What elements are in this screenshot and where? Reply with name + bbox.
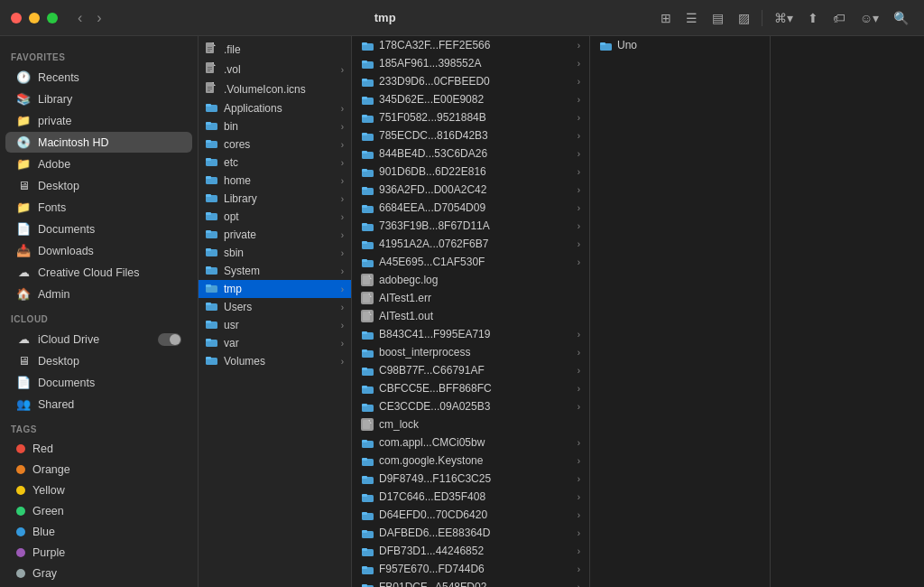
sidebar-item-tag-red[interactable]: Red [5, 439, 192, 459]
folder-applications[interactable]: Applications› [199, 99, 351, 117]
sidebar-item-tag-yellow[interactable]: Yellow [5, 480, 192, 500]
svg-rect-81 [363, 420, 370, 429]
sidebar-item-creative-cloud[interactable]: ☁ Creative Cloud Files [5, 262, 192, 283]
item-751f0582[interactable]: 751F0582...9521884B› [352, 108, 589, 126]
uno-item[interactable]: Uno [590, 36, 770, 54]
item-345d62e[interactable]: 345D62E...E00E9082› [352, 90, 589, 108]
item-aitest1-err[interactable]: AITest1.err [352, 289, 589, 307]
file-vol[interactable]: .vol› [199, 60, 351, 79]
sidebar-item-tag-purple[interactable]: Purple [5, 543, 192, 563]
item-dfb73d1[interactable]: DFB73D1...44246852› [352, 542, 589, 560]
item-cbfcc5e[interactable]: CBFCC5E...BFF868FC› [352, 379, 589, 397]
grid-view-button[interactable]: ⊞ [656, 8, 676, 28]
item-233d9d6[interactable]: 233D9D6...0CFBEED0› [352, 72, 589, 90]
folder-volumes[interactable]: Volumes› [199, 352, 351, 370]
sidebar-item-shared[interactable]: 👥 Shared [5, 394, 192, 415]
item-b843c41[interactable]: B843C41...F995EA719› [352, 325, 589, 343]
folder-sbin[interactable]: sbin› [199, 244, 351, 262]
folder-system[interactable]: System› [199, 262, 351, 280]
sidebar-item-recents[interactable]: 🕐 Recents [5, 67, 192, 88]
item-com-appl[interactable]: com.appl...CMCi05bw› [352, 433, 589, 452]
sidebar-item-tag-gray[interactable]: Gray [5, 564, 192, 583]
item-41951a2a[interactable]: 41951A2A...0762F6B7› [352, 235, 589, 253]
folder-usr[interactable]: usr› [199, 316, 351, 334]
search-button[interactable]: 🔍 [889, 8, 913, 28]
columns-view-button[interactable]: ▤ [707, 8, 728, 28]
folder-users[interactable]: Users› [199, 298, 351, 316]
item-fb01dcf[interactable]: FB01DCF...A548FD02› [352, 578, 589, 587]
item-d64efd0[interactable]: D64EFD0...70CD6420› [352, 506, 589, 524]
item-adobegc[interactable]: adobegc.log [352, 271, 589, 289]
chevron-right-icon: › [341, 122, 344, 132]
sidebar-item-fonts[interactable]: 📁 Fonts [5, 197, 192, 218]
svg-rect-87 [362, 476, 367, 479]
item-f957e670[interactable]: F957E670...FD744D6› [352, 560, 589, 578]
sidebar-item-tag-blue[interactable]: Blue [5, 522, 192, 542]
item-cm-lock[interactable]: cm_lock [352, 415, 589, 433]
sidebar-item-documents[interactable]: 📄 Documents [5, 219, 192, 239]
item-dafbed6[interactable]: DAFBED6...EE88364D› [352, 524, 589, 542]
file-dot[interactable]: .file [199, 40, 351, 60]
svg-rect-93 [362, 530, 367, 533]
gallery-view-button[interactable]: ▨ [734, 8, 754, 28]
sidebar-item-tag-orange[interactable]: Orange [5, 460, 192, 480]
maximize-button[interactable] [47, 13, 58, 23]
sidebar-item-desktop[interactable]: 🖥 Desktop [5, 175, 192, 196]
item-6684eea[interactable]: 6684EEA...D7054D09› [352, 199, 589, 217]
folder-etc-label: etc [224, 156, 238, 169]
folder-var[interactable]: var› [199, 334, 351, 352]
item-185af961[interactable]: 185AF961...398552A› [352, 54, 589, 72]
sidebar-item-icloud-desktop[interactable]: 🖥 Desktop [5, 350, 192, 371]
folder-tmp[interactable]: tmp› [199, 280, 351, 298]
item-ce3ccde-label: CE3CCDE...09A025B3 [379, 400, 572, 413]
item-d17c646[interactable]: D17C646...ED35F408› [352, 488, 589, 506]
file-volumeicon[interactable]: .VolumeIcon.icns [199, 79, 351, 99]
svg-rect-72 [362, 331, 367, 334]
tag-button[interactable]: 🏷 [828, 8, 850, 28]
sidebar-item-adobe[interactable]: 📁 Adobe [5, 154, 192, 174]
folder-etc-icon [206, 156, 218, 169]
folder-etc[interactable]: etc› [199, 154, 351, 172]
face-button[interactable]: ☺▾ [855, 8, 883, 28]
item-boost-interprocess[interactable]: boost_interprocess› [352, 343, 589, 361]
sidebar-item-library[interactable]: 📚 Library [5, 89, 192, 109]
forward-button[interactable]: › [91, 8, 106, 28]
folder-private[interactable]: private› [199, 226, 351, 244]
item-c98b77f[interactable]: C98B77F...C66791AF› [352, 361, 589, 379]
chevron-right-icon: › [578, 510, 580, 520]
folder-library[interactable]: Library› [199, 190, 351, 208]
folder-opt[interactable]: opt› [199, 208, 351, 226]
chevron-right-icon: › [578, 167, 580, 177]
item-936a2fd[interactable]: 936A2FD...D00A2C42› [352, 181, 589, 199]
sidebar-item-admin[interactable]: 🏠 Admin [5, 284, 192, 304]
item-aitest1-out[interactable]: AITest1.out [352, 307, 589, 325]
sidebar-item-tag-green[interactable]: Green [5, 501, 192, 521]
share-button[interactable]: ⬆ [803, 8, 823, 28]
item-901d6db[interactable]: 901D6DB...6D22E816› [352, 163, 589, 181]
item-7363f19b[interactable]: 7363F19B...8F67D11A› [352, 217, 589, 235]
sidebar-item-icloud-drive[interactable]: ☁ iCloud Drive [5, 329, 192, 349]
item-ce3ccde[interactable]: CE3CCDE...09A025B3› [352, 397, 589, 415]
blue-dot [16, 527, 25, 536]
folder-home[interactable]: home› [199, 172, 351, 190]
close-button[interactable] [11, 13, 22, 23]
back-button[interactable]: ‹ [72, 8, 88, 28]
item-com-google-keystone[interactable]: com.google.Keystone› [352, 452, 589, 470]
folder-bin[interactable]: bin› [199, 117, 351, 135]
sidebar-item-macintosh-hd[interactable]: 💿 Macintosh HD [5, 132, 192, 153]
sidebar-item-icloud-documents[interactable]: 📄 Documents [5, 372, 192, 393]
folder-cores[interactable]: cores› [199, 135, 351, 154]
item-785ecdc[interactable]: 785ECDC...816D42B3› [352, 126, 589, 144]
sidebar-item-downloads[interactable]: 📥 Downloads [5, 240, 192, 261]
item-d9f8749[interactable]: D9F8749...F116C3C25› [352, 470, 589, 488]
action-button[interactable]: ⌘▾ [770, 8, 798, 28]
sidebar-item-private[interactable]: 📁 private [5, 110, 192, 131]
list-view-button[interactable]: ☰ [681, 8, 702, 28]
icloud-toggle[interactable] [158, 333, 181, 346]
item-178ca32f[interactable]: 178CA32F...FEF2E566› [352, 36, 589, 54]
tag-label: Red [32, 443, 53, 455]
item-a45e695[interactable]: A45E695...C1AF530F› [352, 253, 589, 271]
minimize-button[interactable] [29, 13, 40, 23]
item-345d62e-icon [361, 93, 374, 106]
item-844be4d[interactable]: 844BE4D...53C6DA26› [352, 144, 589, 163]
